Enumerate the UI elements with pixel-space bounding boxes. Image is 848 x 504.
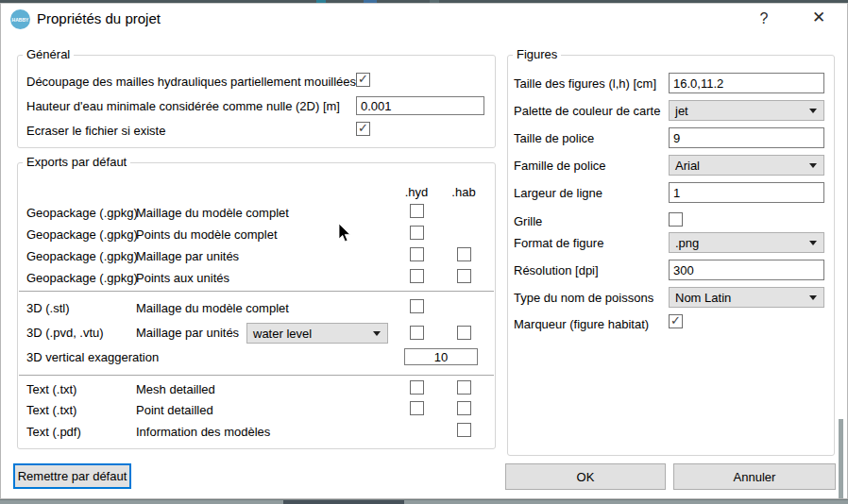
selected-font-family: Arial — [675, 159, 700, 173]
ok-button[interactable]: OK — [505, 463, 666, 490]
grid-checkbox[interactable] — [669, 212, 683, 227]
erase-file-label: Ecraser le fichier si existe — [26, 124, 165, 138]
line-width-label: Largeur de ligne — [514, 186, 602, 200]
min-water-height-input[interactable] — [356, 96, 484, 115]
resolution-label: Résolution [dpi] — [514, 263, 599, 277]
stl-whole-mesh-hyd-checkbox[interactable] — [410, 299, 424, 313]
line-width-input[interactable] — [669, 182, 824, 203]
min-water-height-label: Hauteur d'eau minimale considérée comme … — [26, 99, 340, 113]
project-properties-dialog: HABBY Propriétés du projet ? ✕ Général D… — [0, 0, 848, 504]
vertical-exaggeration-input[interactable] — [404, 348, 478, 365]
exports-group-title: Exports par défaut — [23, 156, 130, 169]
pdf-model-info-hab-checkbox[interactable] — [457, 423, 471, 437]
background-accent — [316, 0, 326, 3]
colormap-label: Palette de couleur de carte — [514, 104, 660, 118]
export-type-label: Geopackage (.gpkg) — [26, 249, 138, 263]
column-header-hyd: .hyd — [398, 185, 435, 199]
export-type-label: Text (.pdf) — [26, 425, 81, 439]
cut-mesh-label: Découpage des mailles hydrauliques parti… — [26, 75, 356, 89]
column-header-hab: .hab — [445, 185, 483, 199]
marker-checkbox[interactable]: ✓ — [669, 314, 683, 328]
font-size-input[interactable] — [669, 127, 824, 148]
vertical-exaggeration-label: 3D vertical exaggeration — [26, 350, 159, 364]
figure-format-label: Format de figure — [514, 236, 603, 250]
export-type-label: 3D (.stl) — [26, 301, 70, 315]
background-window-right-edge — [839, 419, 843, 499]
habby-logo-text: HABBY — [12, 17, 29, 23]
gpkg-points-units-hab-checkbox[interactable] — [457, 269, 471, 283]
export-name-label: Mesh detailled — [136, 382, 215, 396]
export-name-label: Points du modèle complet — [136, 227, 278, 242]
fish-name-type-select[interactable]: Nom Latin — [669, 287, 824, 308]
erase-file-checkbox[interactable]: ✓ — [356, 122, 370, 136]
background-accent — [364, 0, 377, 3]
export-name-label: Information des modèles — [136, 425, 270, 439]
font-size-label: Taille de police — [514, 131, 594, 145]
close-button[interactable]: ✕ — [807, 8, 830, 28]
reset-defaults-button[interactable]: Remettre par défaut — [13, 463, 131, 489]
export-type-label: Text (.txt) — [26, 403, 76, 417]
chevron-down-icon — [809, 163, 817, 168]
resolution-input[interactable] — [669, 260, 824, 280]
chevron-down-icon — [809, 241, 817, 245]
grid-label: Grille — [514, 214, 542, 228]
background-accent — [283, 500, 404, 504]
separator — [19, 291, 494, 293]
colormap-select[interactable]: jet — [669, 100, 824, 121]
txt-point-detailed-hab-checkbox[interactable] — [457, 401, 471, 415]
cancel-button[interactable]: Annuler — [673, 463, 836, 490]
export-type-label: Text (.txt) — [26, 382, 76, 396]
separator — [19, 375, 494, 377]
font-family-select[interactable]: Arial — [669, 155, 824, 176]
chevron-down-icon — [809, 109, 817, 113]
fish-name-type-label: Type du nom de poissons — [514, 291, 653, 305]
marker-label: Marqueur (figure habitat) — [514, 317, 649, 331]
chevron-down-icon — [809, 295, 817, 300]
habby-logo-icon: HABBY — [10, 9, 30, 29]
help-button[interactable]: ? — [753, 8, 775, 29]
font-family-label: Famille de police — [514, 159, 606, 173]
export-name-label: Maillage par unités — [136, 249, 239, 263]
export-name-label: Points aux unités — [136, 271, 229, 285]
txt-mesh-detailed-hab-checkbox[interactable] — [457, 380, 471, 395]
pvd-mesh-units-hab-checkbox[interactable] — [457, 326, 471, 340]
figure-size-input[interactable] — [669, 73, 824, 93]
gpkg-mesh-units-hab-checkbox[interactable] — [457, 247, 471, 261]
cut-mesh-checkbox[interactable]: ✓ — [356, 73, 370, 87]
figure-format-select[interactable]: .png — [669, 232, 824, 253]
export-type-label: Geopackage (.gpkg) — [26, 227, 138, 242]
background-window-top-edge — [0, 0, 848, 3]
gpkg-mesh-units-hyd-checkbox[interactable] — [410, 247, 424, 261]
pvd-mesh-units-variable-select[interactable]: water level — [246, 323, 388, 344]
gpkg-whole-mesh-hyd-checkbox[interactable] — [410, 204, 424, 218]
chevron-down-icon — [373, 331, 381, 336]
mouse-cursor — [338, 223, 352, 244]
export-type-label: Geopackage (.gpkg) — [26, 271, 138, 285]
gpkg-whole-points-hyd-checkbox[interactable] — [410, 226, 424, 240]
txt-point-detailed-hyd-checkbox[interactable] — [410, 401, 424, 415]
window-title: Propriétés du projet — [37, 11, 161, 25]
export-name-label: Point detailled — [136, 403, 213, 417]
selected-fish-name-type: Nom Latin — [675, 291, 731, 305]
general-group-title: Général — [23, 48, 74, 61]
selected-figure-format: .png — [675, 236, 699, 250]
export-name-label: Maillage par unités — [136, 326, 239, 340]
figures-group-title: Figures — [513, 48, 561, 61]
gpkg-points-units-hyd-checkbox[interactable] — [410, 269, 424, 283]
background-window-bottom-edge — [0, 499, 848, 504]
selected-colormap: jet — [675, 104, 688, 118]
figure-size-label: Taille des figures (l,h) [cm] — [514, 76, 656, 91]
selected-variable: water level — [253, 327, 312, 341]
txt-mesh-detailed-hyd-checkbox[interactable] — [410, 380, 424, 395]
background-accent — [430, 0, 439, 3]
export-type-label: Geopackage (.gpkg) — [26, 206, 138, 220]
export-type-label: 3D (.pvd, .vtu) — [26, 326, 104, 340]
export-name-label: Maillage du modèle complet — [136, 206, 289, 220]
pvd-mesh-units-hyd-checkbox[interactable] — [410, 326, 424, 340]
export-name-label: Maillage du modèle complet — [136, 301, 289, 315]
